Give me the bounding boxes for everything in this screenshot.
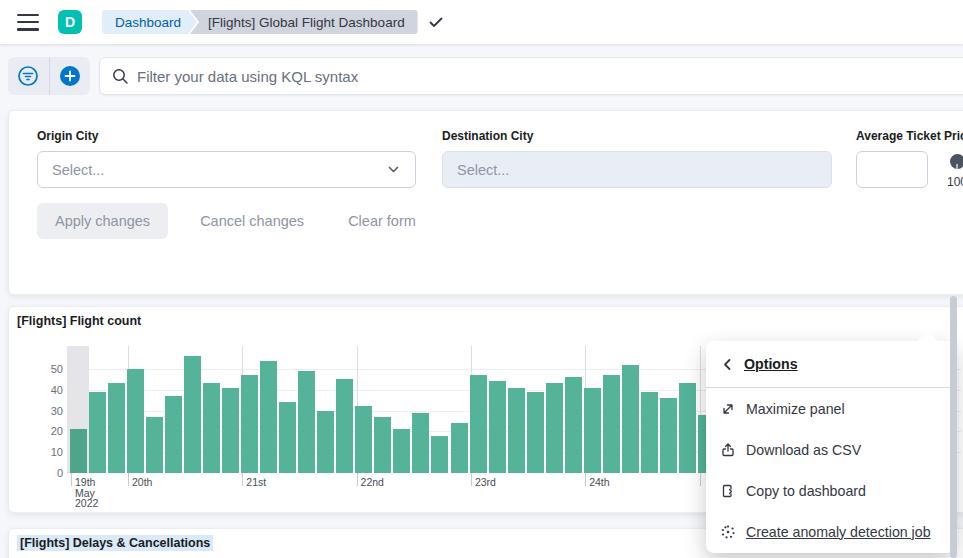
bar [241,375,258,473]
avg-ticket-price-label: Average Ticket Price [856,129,963,143]
bar [298,371,315,473]
bar [336,379,353,473]
menu-item-label: Create anomaly detection job [746,524,931,540]
filter-icon[interactable] [8,57,49,95]
menu-item-label: Copy to dashboard [746,483,866,499]
y-axis-tick-label: 40 [13,384,63,396]
chevron-down-icon [386,162,401,177]
y-axis-tick-label: 30 [13,405,63,417]
maximize-icon [720,401,736,417]
bar [641,392,658,473]
menu-item-download-as-csv[interactable]: Download as CSV [706,429,955,470]
bar [184,356,201,473]
clear-form-button[interactable]: Clear form [334,203,430,239]
x-axis-tick-label: 24th [589,477,609,488]
bar [355,406,372,473]
origin-city-select[interactable]: Select... [37,151,416,188]
bar [127,369,144,473]
slider-tick [956,164,958,169]
breadcrumb-dashboard[interactable]: Dashboard [102,10,197,34]
bar [203,383,220,473]
bar [470,375,487,473]
destination-city-select[interactable]: Select... [442,151,832,188]
options-menu-header[interactable]: Options [706,341,955,388]
bar [622,365,639,473]
copy-icon [720,483,736,499]
y-axis-tick-label: 10 [13,446,63,458]
bar [89,392,106,473]
bar [584,388,601,473]
bar [317,411,334,474]
ml-icon [720,524,736,540]
destination-city-label: Destination City [442,129,533,143]
filter-button-group [8,57,90,95]
bar [279,402,296,473]
x-axis-tickmark [242,473,243,486]
bar [374,417,391,473]
bar [393,429,410,473]
origin-city-placeholder: Select... [52,162,104,178]
bar [451,423,468,473]
y-axis-tick-label: 50 [13,363,63,375]
search-input[interactable] [137,68,963,85]
x-axis-tick-label: 23rd [475,477,496,488]
avg-ticket-price-input[interactable] [856,151,928,188]
menu-hamburger-icon[interactable] [17,14,39,31]
options-menu-title: Options [744,356,798,372]
check-icon[interactable] [428,14,444,30]
top-navigation: D Dashboard [Flights] Global Flight Dash… [0,0,963,44]
bar [165,396,182,473]
bar [679,383,696,473]
y-axis-tick-label: 20 [13,425,63,437]
bar [489,381,506,473]
vertical-scrollbar[interactable] [950,296,957,558]
bar [431,436,448,474]
bar [70,429,87,473]
menu-item-label: Download as CSV [746,442,861,458]
x-axis-tickmark [71,473,72,486]
breadcrumb-current-dashboard[interactable]: [Flights] Global Flight Dashboard [190,10,418,34]
origin-city-label: Origin City [37,129,98,143]
bar [260,361,277,474]
bar [565,377,582,473]
menu-item-label: Maximize panel [746,401,845,417]
x-axis-tick-label: 20th [132,477,152,488]
bar [108,383,125,473]
bar [508,388,525,473]
bar [146,417,163,473]
query-bar [8,57,90,95]
x-axis-tickmark [128,473,129,486]
breadcrumb: Dashboard [Flights] Global Flight Dashbo… [102,10,418,34]
download-icon [720,442,736,458]
destination-city-placeholder: Select... [457,162,509,178]
bar [222,388,239,473]
bar [660,398,677,473]
kql-search-field[interactable] [99,57,963,95]
x-axis-tick-label: 22nd [361,477,384,488]
x-axis-tickmark [357,473,358,486]
cancel-changes-button[interactable]: Cancel changes [186,203,318,239]
flight-count-panel-title[interactable]: [Flights] Flight count [17,314,141,328]
x-axis-tick-label: 19th May 2022 [75,477,98,509]
panel-options-menu: Options Maximize panelDownload as CSVCop… [706,341,955,553]
x-axis-tickmark [700,473,701,486]
bar [412,413,429,473]
add-filter-icon[interactable] [49,57,91,95]
x-axis-tick-label: 21st [246,477,266,488]
bar [603,375,620,473]
delays-panel-title[interactable]: [Flights] Delays & Cancellations [17,536,213,550]
bar [546,383,563,473]
menu-item-create-anomaly-detection-job[interactable]: Create anomaly detection job [706,511,955,552]
y-axis-tick-label: 0 [13,467,63,479]
space-avatar[interactable]: D [58,10,82,34]
search-icon [112,68,129,85]
dashboard-controls-panel: Origin City Select... Destination City S… [8,110,963,295]
x-axis-tickmark [471,473,472,486]
menu-item-copy-to-dashboard[interactable]: Copy to dashboard [706,470,955,511]
price-slider-value: 100 [947,175,963,189]
x-axis-tickmark [585,473,586,486]
menu-item-maximize-panel[interactable]: Maximize panel [706,388,955,429]
chevron-left-icon[interactable] [720,357,735,372]
bar [527,392,544,473]
apply-changes-button[interactable]: Apply changes [37,203,168,239]
